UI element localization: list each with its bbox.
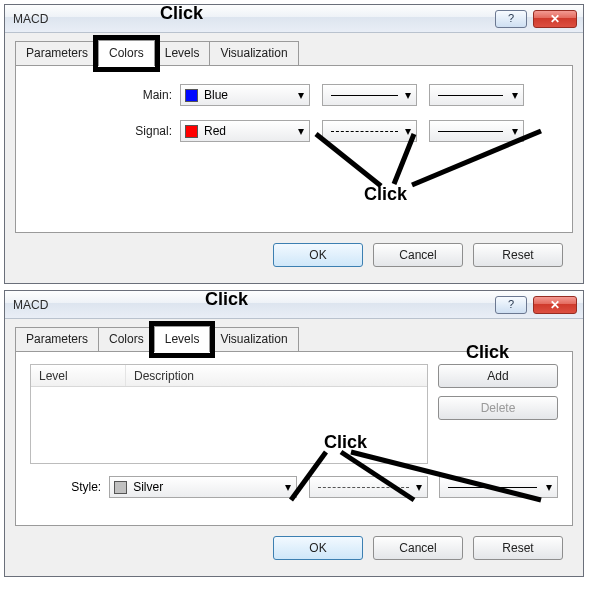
- help-icon: ?: [508, 299, 514, 310]
- main-line-style-combo[interactable]: ▾: [322, 84, 417, 106]
- signal-color-swatch: [185, 125, 198, 138]
- macd-dialog-colors: Click MACD ? ✕ Parameters Colors Levels …: [4, 4, 584, 284]
- dialog-buttons: OK Cancel Reset: [15, 233, 573, 273]
- signal-color-name: Red: [204, 124, 293, 138]
- close-icon: ✕: [550, 299, 560, 311]
- macd-dialog-levels: Click MACD ? ✕ Parameters Colors Levels …: [4, 290, 584, 577]
- levels-page: Click Level Description Add Delete Click: [15, 351, 573, 526]
- signal-line-style-combo[interactable]: ▾: [322, 120, 417, 142]
- main-color-combo[interactable]: Blue ▾: [180, 84, 310, 106]
- tab-strip: Parameters Colors Levels Visualization: [15, 325, 573, 351]
- main-color-swatch: [185, 89, 198, 102]
- ok-button[interactable]: OK: [273, 536, 363, 560]
- tab-parameters[interactable]: Parameters: [15, 327, 99, 351]
- style-weight-combo[interactable]: ▾: [439, 476, 558, 498]
- style-label: Style:: [30, 480, 109, 494]
- signal-line-weight-combo[interactable]: ▾: [429, 120, 524, 142]
- reset-button[interactable]: Reset: [473, 536, 563, 560]
- chevron-down-icon: ▾: [280, 480, 296, 494]
- chevron-down-icon: ▾: [400, 121, 416, 141]
- line-dashed-icon: [331, 131, 398, 132]
- reset-button[interactable]: Reset: [473, 243, 563, 267]
- delete-button: Delete: [438, 396, 558, 420]
- style-color-name: Silver: [133, 480, 280, 494]
- line-solid-icon: [331, 95, 398, 96]
- tab-colors[interactable]: Colors: [98, 40, 155, 66]
- style-color-swatch: [114, 481, 127, 494]
- window-title: MACD: [13, 298, 495, 312]
- window-title: MACD: [13, 12, 495, 26]
- chevron-down-icon: ▾: [507, 88, 523, 102]
- colors-page: Main: Blue ▾ ▾ ▾ Signal:: [15, 65, 573, 233]
- levels-list-header: Level Description: [31, 365, 427, 387]
- help-button[interactable]: ?: [495, 296, 527, 314]
- col-description[interactable]: Description: [126, 365, 427, 386]
- chevron-down-icon: ▾: [293, 124, 309, 138]
- tab-strip: Parameters Colors Levels Visualization: [15, 39, 573, 65]
- help-icon: ?: [508, 13, 514, 24]
- chevron-down-icon: ▾: [293, 88, 309, 102]
- line-weight-icon: [448, 487, 537, 488]
- tab-parameters[interactable]: Parameters: [15, 41, 99, 65]
- help-button[interactable]: ?: [495, 10, 527, 28]
- close-button[interactable]: ✕: [533, 296, 577, 314]
- tab-visualization[interactable]: Visualization: [209, 41, 298, 65]
- line-weight-icon: [438, 95, 503, 96]
- annotation-click: Click: [364, 184, 407, 205]
- levels-list[interactable]: Level Description: [30, 364, 428, 464]
- line-dashed-icon: [318, 487, 409, 488]
- signal-color-combo[interactable]: Red ▾: [180, 120, 310, 142]
- close-icon: ✕: [550, 13, 560, 25]
- chevron-down-icon: ▾: [541, 480, 557, 494]
- line-weight-icon: [438, 131, 503, 132]
- tab-levels[interactable]: Levels: [154, 326, 211, 352]
- style-color-combo[interactable]: Silver ▾: [109, 476, 297, 498]
- main-color-name: Blue: [204, 88, 293, 102]
- ok-button[interactable]: OK: [273, 243, 363, 267]
- titlebar: MACD ? ✕: [5, 291, 583, 319]
- close-button[interactable]: ✕: [533, 10, 577, 28]
- tab-levels[interactable]: Levels: [154, 41, 211, 65]
- tab-colors[interactable]: Colors: [98, 327, 155, 351]
- cancel-button[interactable]: Cancel: [373, 536, 463, 560]
- chevron-down-icon: ▾: [507, 124, 523, 138]
- main-line-weight-combo[interactable]: ▾: [429, 84, 524, 106]
- cancel-button[interactable]: Cancel: [373, 243, 463, 267]
- dialog-buttons: OK Cancel Reset: [15, 526, 573, 566]
- titlebar: MACD ? ✕: [5, 5, 583, 33]
- tab-visualization[interactable]: Visualization: [209, 327, 298, 351]
- col-level[interactable]: Level: [31, 365, 126, 386]
- signal-label: Signal:: [30, 124, 180, 138]
- chevron-down-icon: ▾: [411, 477, 427, 497]
- add-button[interactable]: Add: [438, 364, 558, 388]
- chevron-down-icon: ▾: [400, 85, 416, 105]
- style-line-combo[interactable]: ▾: [309, 476, 428, 498]
- main-label: Main:: [30, 88, 180, 102]
